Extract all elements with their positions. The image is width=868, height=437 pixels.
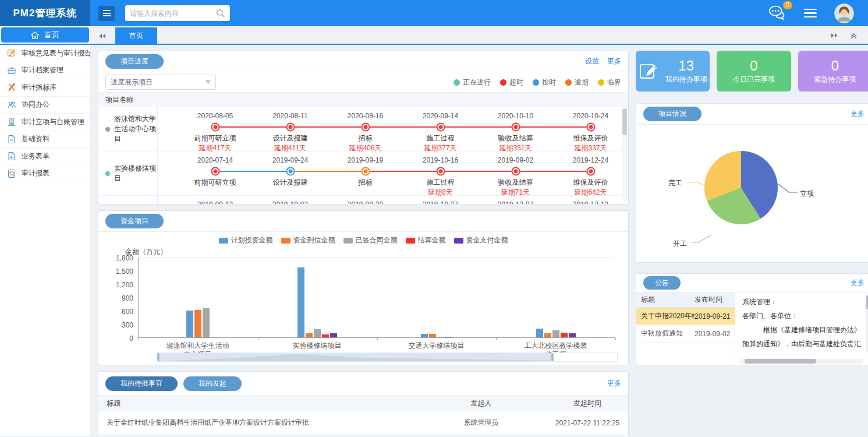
stage-node[interactable] <box>586 167 595 176</box>
bar[interactable] <box>297 267 304 337</box>
stat-card[interactable]: 0 紧急待办事项 <box>798 51 868 91</box>
progress-legend-item: 正在进行 <box>454 77 491 87</box>
bar[interactable] <box>203 308 210 337</box>
tabs-scroll-right-icon[interactable] <box>831 33 838 38</box>
bar-legend-item[interactable]: 计划投资金额 <box>219 235 273 245</box>
stage-node[interactable] <box>436 167 445 176</box>
legend-label: 已签合同金额 <box>356 235 398 245</box>
bar[interactable] <box>306 333 313 337</box>
bar[interactable] <box>314 329 321 337</box>
progress-row[interactable]: 实验楼修缮项目 2020-07-14 前期可研立项 2019-09-24 设计及… <box>98 151 628 196</box>
status-title[interactable]: 项目情况 <box>643 107 702 121</box>
sidebar-item-label: 审计档案管理 <box>22 65 63 75</box>
collapse-up-icon[interactable] <box>850 32 858 39</box>
stage-node[interactable] <box>436 123 445 132</box>
approvals-col-time: 发起时间 <box>547 399 628 408</box>
bar-legend-item[interactable]: 资金支付金额 <box>454 235 508 245</box>
sidebar-item[interactable]: 审计立项与台账管理 <box>0 114 90 131</box>
bar[interactable] <box>445 337 452 337</box>
sidebar-item[interactable]: 审计报表 <box>0 165 90 183</box>
stage-node[interactable] <box>211 123 219 132</box>
stage-name: 前期可研立项 <box>178 178 253 186</box>
sidebar-toggle-icon[interactable] <box>98 6 115 21</box>
stat-value: 0 <box>750 58 757 73</box>
bar[interactable] <box>437 337 444 337</box>
announcement-title: 中秋放假通知 <box>636 329 695 339</box>
bar[interactable] <box>536 329 543 337</box>
stage-name: 招标 <box>328 178 403 186</box>
status-more-link[interactable]: 更多 <box>851 109 865 119</box>
bar-chart-zoom-slider[interactable] <box>157 353 618 362</box>
stage-name: 施工过程 <box>403 133 478 142</box>
sidebar-item[interactable]: 审计档案管理 <box>0 62 90 80</box>
timeline-stage: 2019-10-02 <box>253 200 328 204</box>
bar[interactable] <box>429 334 436 337</box>
stat-card[interactable]: 13 我的待办事项 <box>636 51 710 91</box>
progress-row[interactable]: 2019-09-13 2019-10-02 2019-09-30 <box>98 196 628 204</box>
approval-row[interactable]: 合同拟定<橡胶甄源橡胶>审批 系统管理员 2021-07-22 11:10:52 <box>98 435 628 436</box>
bar[interactable] <box>421 334 428 337</box>
y-axis-tick: 600 <box>101 308 133 316</box>
announcement-row[interactable]: 中秋放假通知 2019-09-02 <box>636 325 735 343</box>
zoom-slider-selection[interactable] <box>157 353 552 361</box>
tab-home[interactable]: 首页 <box>115 27 157 44</box>
sidebar-item[interactable]: 基础资料 <box>0 131 90 149</box>
legend-dot <box>598 79 604 86</box>
stage-node[interactable] <box>361 167 370 176</box>
messages-icon[interactable]: 0 <box>768 5 786 22</box>
stage-node[interactable] <box>511 123 520 132</box>
bar-legend-item[interactable]: 资金到位金额 <box>281 235 335 245</box>
bar[interactable] <box>552 330 559 337</box>
funds-title[interactable]: 资金项目 <box>105 214 164 228</box>
sidebar-item-home[interactable]: 首页 <box>1 27 89 43</box>
stage-node[interactable] <box>586 123 595 132</box>
progress-row[interactable]: 游泳馆和大学生活动中心项目 2020-08-05 前期可研立项 延期417天 2… <box>98 107 628 151</box>
stage-node[interactable] <box>361 123 370 132</box>
project-progress-title[interactable]: 项目进度 <box>105 54 164 69</box>
progress-filter-select[interactable]: 进度展示项目 <box>105 75 216 90</box>
announcement-vscrollbar[interactable] <box>866 294 868 353</box>
stage-date: 2019-09-30 <box>328 200 403 204</box>
approval-row[interactable]: 关于金红叶纸业集团高档生活用纸产业基地方案设计方案设计审批 系统管理员 2021… <box>98 411 628 435</box>
search-box[interactable] <box>125 5 230 21</box>
search-input[interactable] <box>130 9 215 17</box>
legend-label: 正在进行 <box>463 77 491 87</box>
stage-node[interactable] <box>286 123 295 132</box>
approvals-more-link[interactable]: 更多 <box>607 379 621 389</box>
bar[interactable] <box>330 333 337 337</box>
approvals-tab[interactable]: 我的待批事宜 <box>105 376 178 391</box>
progress-settings-link[interactable]: 设置 <box>585 57 599 66</box>
bar-legend-item[interactable]: 已签合同金额 <box>343 235 398 245</box>
progress-legend-item: 逾期 <box>565 77 589 87</box>
bar[interactable] <box>186 311 193 337</box>
tabs-scroll-left-icon[interactable] <box>98 33 106 39</box>
bar[interactable] <box>322 334 329 337</box>
bar[interactable] <box>569 333 576 337</box>
announcements-title[interactable]: 公告 <box>643 276 681 290</box>
bar[interactable] <box>194 310 201 337</box>
announcement-row[interactable]: 关于申报2020年校园基 2019-09-21 <box>636 308 735 325</box>
bar-legend-item[interactable]: 结算金额 <box>406 235 446 245</box>
approvals-tab[interactable]: 我的发起 <box>183 376 242 391</box>
bar[interactable] <box>561 333 568 337</box>
stage-node[interactable] <box>211 167 219 176</box>
announcement-preview-line: 各部门、各单位： <box>742 311 861 321</box>
progress-scrollbar[interactable] <box>622 108 627 202</box>
sidebar-item[interactable]: 审核意见表与审计报告 <box>0 45 90 62</box>
stage-node[interactable] <box>511 167 520 176</box>
zoom-handle-left[interactable] <box>157 353 160 361</box>
progress-more-link[interactable]: 更多 <box>607 57 621 66</box>
bar[interactable] <box>544 333 551 337</box>
announcements-more-link[interactable]: 更多 <box>851 278 865 288</box>
user-avatar[interactable] <box>834 3 854 23</box>
search-icon[interactable] <box>215 8 225 18</box>
zoom-handle-right[interactable] <box>551 353 554 361</box>
sidebar-item[interactable]: 审计指标库 <box>0 79 90 97</box>
announcement-hscrollbar[interactable] <box>740 359 863 364</box>
sidebar-home: 首页 <box>0 26 90 44</box>
sidebar-item[interactable]: 协同办公 <box>0 97 90 114</box>
sidebar-item[interactable]: 业务表单 <box>0 148 90 165</box>
stat-card[interactable]: 0 今日已完事项 <box>717 51 791 91</box>
app-menu-icon[interactable] <box>804 9 817 18</box>
stage-node[interactable] <box>286 167 295 176</box>
